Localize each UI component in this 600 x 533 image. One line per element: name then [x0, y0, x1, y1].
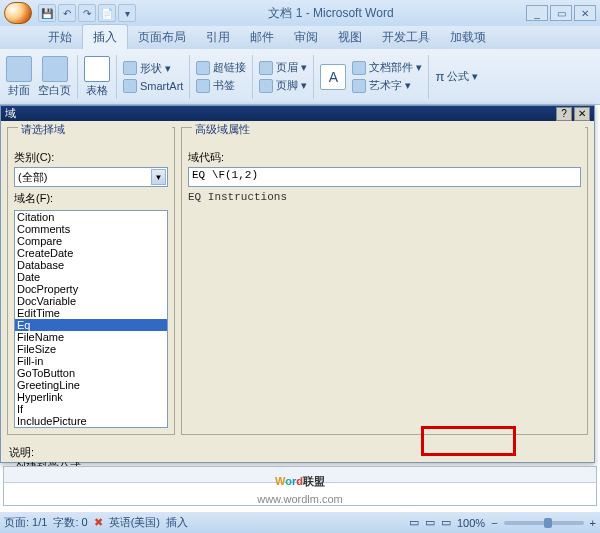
fieldname-label: 域名(F): — [14, 191, 168, 206]
list-item[interactable]: GoToButton — [15, 367, 167, 379]
list-item[interactable]: Hyperlink — [15, 391, 167, 403]
list-item[interactable]: EditTime — [15, 307, 167, 319]
qat-more[interactable]: ▾ — [118, 4, 136, 22]
qat-save[interactable]: 💾 — [38, 4, 56, 22]
field-instructions: EQ Instructions — [188, 191, 581, 203]
list-item[interactable]: DocProperty — [15, 283, 167, 295]
tab-home[interactable]: 开始 — [38, 25, 82, 49]
ribbon: 封面 空白页 表格 形状▾ SmartArt 超链接 书签 页眉▾ 页脚▾ A … — [0, 49, 600, 105]
zoom-out[interactable]: − — [491, 517, 497, 529]
right-panel-title: 高级域属性 — [192, 122, 585, 137]
field-code-input[interactable]: EQ \F(1,2) — [188, 167, 581, 187]
zoom-slider[interactable] — [504, 521, 584, 525]
list-item[interactable]: DocVariable — [15, 295, 167, 307]
status-lang[interactable]: 英语(美国) — [109, 515, 160, 530]
maximize-button[interactable]: ▭ — [550, 5, 572, 21]
rb-parts[interactable]: 文档部件▾ — [352, 60, 422, 75]
status-words[interactable]: 字数: 0 — [53, 515, 87, 530]
tab-mail[interactable]: 邮件 — [240, 25, 284, 49]
status-page[interactable]: 页面: 1/1 — [4, 515, 47, 530]
list-item[interactable]: IncludePicture — [15, 415, 167, 427]
tab-review[interactable]: 审阅 — [284, 25, 328, 49]
rb-table[interactable]: 表格 — [84, 56, 110, 98]
ruler[interactable] — [4, 467, 596, 483]
qat-undo[interactable]: ↶ — [58, 4, 76, 22]
document-area[interactable] — [3, 466, 597, 506]
list-item[interactable]: Compare — [15, 235, 167, 247]
close-button[interactable]: ✕ — [574, 5, 596, 21]
list-item[interactable]: Comments — [15, 223, 167, 235]
qat-redo[interactable]: ↷ — [78, 4, 96, 22]
list-item[interactable]: FileName — [15, 331, 167, 343]
field-listbox[interactable]: CitationCommentsCompareCreateDateDatabas… — [14, 210, 168, 428]
dialog-title: 域 — [5, 106, 16, 121]
code-label: 域代码: — [188, 150, 581, 165]
list-item[interactable]: If — [15, 403, 167, 415]
tab-view[interactable]: 视图 — [328, 25, 372, 49]
rb-cover[interactable]: 封面 — [6, 56, 32, 98]
list-item[interactable]: Fill-in — [15, 355, 167, 367]
rb-shapes[interactable]: 形状▾ — [123, 61, 183, 76]
ribbon-tabs: 开始 插入 页面布局 引用 邮件 审阅 视图 开发工具 加载项 — [0, 26, 600, 49]
status-bar: 页面: 1/1 字数: 0 ✖ 英语(美国) 插入 ▭ ▭ ▭ 100% − + — [0, 512, 600, 533]
chevron-down-icon: ▼ — [151, 169, 166, 185]
list-item[interactable]: Database — [15, 259, 167, 271]
view-web-icon[interactable]: ▭ — [441, 516, 451, 529]
category-combo[interactable]: (全部)▼ — [14, 167, 168, 187]
tab-insert[interactable]: 插入 — [82, 24, 128, 49]
qat-new[interactable]: 📄 — [98, 4, 116, 22]
list-item[interactable]: FileSize — [15, 343, 167, 355]
minimize-button[interactable]: _ — [526, 5, 548, 21]
status-mode[interactable]: 插入 — [166, 515, 188, 530]
office-button[interactable] — [4, 2, 32, 24]
zoom-in[interactable]: + — [590, 517, 596, 529]
field-dialog: 域 ? ✕ 请选择域 类别(C): (全部)▼ 域名(F): CitationC… — [0, 105, 595, 463]
view-print-icon[interactable]: ▭ — [409, 516, 419, 529]
list-item[interactable]: GreetingLine — [15, 379, 167, 391]
rb-blank[interactable]: 空白页 — [38, 56, 71, 98]
rb-smartart[interactable]: SmartArt — [123, 79, 183, 93]
view-read-icon[interactable]: ▭ — [425, 516, 435, 529]
tab-layout[interactable]: 页面布局 — [128, 25, 196, 49]
rb-bookmark[interactable]: 书签 — [196, 78, 246, 93]
rb-equation[interactable]: π公式▾ — [435, 69, 478, 84]
desc-label: 说明: — [9, 446, 34, 458]
list-item[interactable]: Citation — [15, 211, 167, 223]
rb-footer[interactable]: 页脚▾ — [259, 78, 307, 93]
rb-wordart[interactable]: 艺术字▾ — [352, 78, 422, 93]
list-item[interactable]: Date — [15, 271, 167, 283]
rb-hyperlink[interactable]: 超链接 — [196, 60, 246, 75]
dialog-close[interactable]: ✕ — [574, 107, 590, 121]
quick-access-toolbar: 💾 ↶ ↷ 📄 ▾ — [38, 4, 136, 22]
tab-references[interactable]: 引用 — [196, 25, 240, 49]
tab-dev[interactable]: 开发工具 — [372, 25, 440, 49]
category-label: 类别(C): — [14, 150, 168, 165]
status-zoom[interactable]: 100% — [457, 517, 485, 529]
dialog-help[interactable]: ? — [556, 107, 572, 121]
rb-textbox[interactable]: A — [320, 64, 346, 90]
list-item[interactable]: CreateDate — [15, 247, 167, 259]
list-item[interactable]: Eq — [15, 319, 167, 331]
window-title: 文档 1 - Microsoft Word — [136, 5, 526, 22]
tab-addins[interactable]: 加载项 — [440, 25, 496, 49]
left-panel-title: 请选择域 — [18, 122, 172, 137]
rb-header[interactable]: 页眉▾ — [259, 60, 307, 75]
